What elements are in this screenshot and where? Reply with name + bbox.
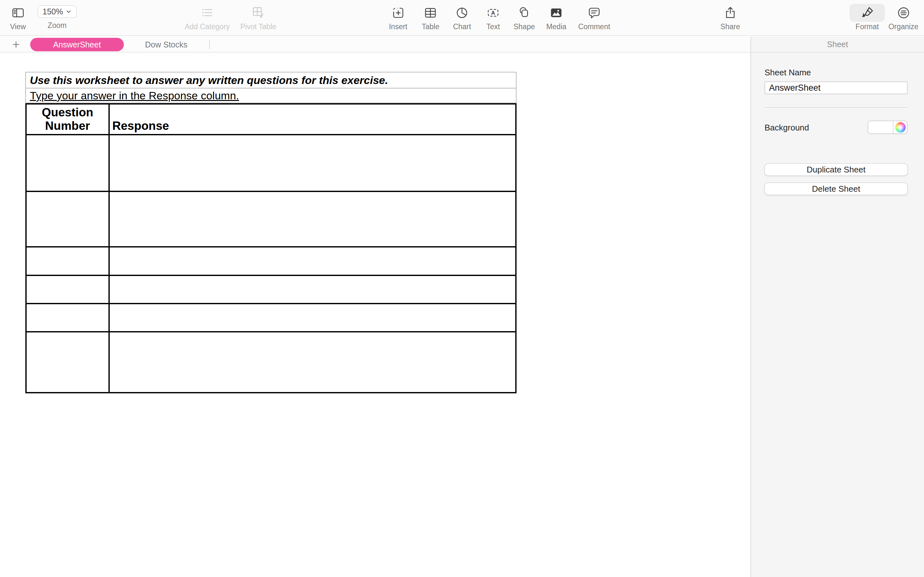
sidebar-divider xyxy=(764,107,908,108)
media-icon xyxy=(549,3,564,23)
table-cell[interactable] xyxy=(27,247,110,275)
add-category-icon xyxy=(200,3,215,23)
table-cell[interactable] xyxy=(27,332,110,392)
table-cell[interactable] xyxy=(27,276,110,303)
table-cell[interactable] xyxy=(110,192,515,246)
zoom-label: Zoom xyxy=(48,22,67,29)
instruction-row-1[interactable]: Use this worksheet to answer any written… xyxy=(25,72,517,89)
text-button[interactable]: A Text xyxy=(486,3,501,31)
sheet-name-input[interactable] xyxy=(764,81,908,94)
background-color-well[interactable] xyxy=(867,121,908,134)
share-label: Share xyxy=(720,23,740,31)
answer-table: Use this worksheet to answer any written… xyxy=(25,72,517,393)
add-category-button: Add Category xyxy=(185,3,230,31)
table-cell[interactable] xyxy=(110,304,515,331)
tab-answersheet[interactable]: AnswerSheet xyxy=(30,38,124,51)
table-cell[interactable] xyxy=(110,135,515,191)
duplicate-sheet-label: Duplicate Sheet xyxy=(806,165,866,175)
tab-dow-stocks-label: Dow Stocks xyxy=(145,40,187,49)
insert-label: Insert xyxy=(389,23,407,31)
background-label: Background xyxy=(764,123,809,133)
table-header-row: Question Number Response xyxy=(27,105,515,134)
table-label: Table xyxy=(422,23,439,31)
chart-label: Chart xyxy=(453,23,471,31)
duplicate-sheet-button[interactable]: Duplicate Sheet xyxy=(764,163,908,176)
share-button[interactable]: Share xyxy=(720,3,740,31)
chart-icon xyxy=(455,3,469,23)
tab-separator xyxy=(209,40,210,49)
table-cell[interactable] xyxy=(110,276,515,303)
zoom-value: 150% xyxy=(43,7,63,16)
pivot-table-button: Pivot Table xyxy=(240,3,276,31)
media-button[interactable]: Media xyxy=(546,3,567,31)
header-response[interactable]: Response xyxy=(110,105,515,134)
format-label: Format xyxy=(856,23,879,31)
tab-answersheet-label: AnswerSheet xyxy=(53,40,101,49)
shape-button[interactable]: Shape xyxy=(514,3,535,31)
main-toolbar: View 150% Zoom Add Category xyxy=(0,0,924,36)
table-row xyxy=(27,134,515,191)
format-button[interactable]: Format xyxy=(850,3,885,31)
tab-dow-stocks[interactable]: Dow Stocks xyxy=(134,38,198,51)
organize-icon xyxy=(896,3,911,23)
table-cell[interactable] xyxy=(27,192,110,246)
table-cell[interactable] xyxy=(27,135,110,191)
background-color-swatch[interactable] xyxy=(868,121,893,133)
shape-label: Shape xyxy=(514,23,535,31)
view-button[interactable]: View xyxy=(10,3,26,31)
text-label: Text xyxy=(486,23,500,31)
format-sidebar: Sheet Sheet Name Background Duplicate Sh… xyxy=(750,37,924,577)
sheet-canvas[interactable]: Use this worksheet to answer any written… xyxy=(0,53,750,577)
insert-button[interactable]: Insert xyxy=(389,3,407,31)
comment-label: Comment xyxy=(578,23,610,31)
color-wheel-icon xyxy=(895,122,906,133)
plus-icon xyxy=(12,40,20,49)
organize-label: Organize xyxy=(888,23,918,31)
comment-icon xyxy=(587,3,602,23)
table-icon xyxy=(423,3,438,23)
paintbrush-icon xyxy=(860,5,875,20)
table-row xyxy=(27,275,515,303)
table-row xyxy=(27,191,515,246)
response-table: Question Number Response xyxy=(25,103,517,393)
table-row xyxy=(27,303,515,331)
table-row xyxy=(27,331,515,392)
header-question-number[interactable]: Question Number xyxy=(27,105,110,134)
instruction-row-2[interactable]: Type your answer in the Response column. xyxy=(25,89,517,103)
table-cell[interactable] xyxy=(110,247,515,275)
comment-button[interactable]: Comment xyxy=(578,3,610,31)
view-label: View xyxy=(10,23,26,31)
format-active-highlight xyxy=(850,4,885,22)
color-picker-button[interactable] xyxy=(893,121,907,133)
pivot-table-label: Pivot Table xyxy=(240,23,276,31)
text-icon: A xyxy=(486,3,501,23)
table-button[interactable]: Table xyxy=(422,3,439,31)
table-cell[interactable] xyxy=(27,304,110,331)
svg-text:A: A xyxy=(491,10,495,16)
sidebar-panel-title: Sheet xyxy=(751,37,924,53)
view-panel-icon xyxy=(11,3,25,23)
table-cell[interactable] xyxy=(110,332,515,392)
delete-sheet-button[interactable]: Delete Sheet xyxy=(764,182,908,195)
pivot-table-icon xyxy=(251,3,266,23)
chart-button[interactable]: Chart xyxy=(453,3,471,31)
table-row xyxy=(27,246,515,275)
media-label: Media xyxy=(546,23,567,31)
chevron-down-icon xyxy=(66,9,71,15)
delete-sheet-label: Delete Sheet xyxy=(812,184,860,194)
zoom-dropdown[interactable]: 150% xyxy=(37,5,77,18)
sheet-name-label: Sheet Name xyxy=(764,68,811,77)
numbers-app-window: View 150% Zoom Add Category xyxy=(0,0,924,577)
sheet-tab-bar: AnswerSheet Dow Stocks xyxy=(0,37,750,53)
add-sheet-button[interactable] xyxy=(10,38,23,51)
shape-icon xyxy=(517,3,531,23)
organize-button[interactable]: Organize xyxy=(888,3,918,31)
insert-icon xyxy=(391,3,405,23)
zoom-control: 150% Zoom xyxy=(37,3,77,29)
instruction-text-2: Type your answer in the Response column. xyxy=(30,89,239,102)
add-category-label: Add Category xyxy=(185,23,230,31)
instruction-text-1: Use this worksheet to answer any written… xyxy=(30,74,388,87)
share-icon xyxy=(723,3,738,23)
